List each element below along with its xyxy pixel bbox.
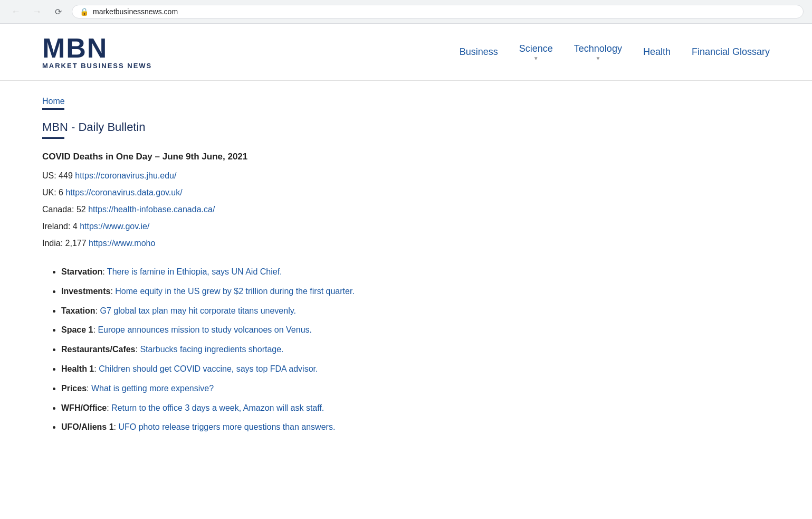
bulletin-link[interactable]: Home equity in the US grew by $2 trillio… xyxy=(115,287,355,296)
list-item: Starvation: There is famine in Ethiopia,… xyxy=(61,262,485,282)
nav-science[interactable]: Science ▼ xyxy=(519,43,553,61)
bulletin-category: Prices xyxy=(61,384,87,393)
stat-india-link[interactable]: https://www.moho xyxy=(89,239,155,248)
bulletin-category: Investments xyxy=(61,287,110,296)
stat-us: US: 449 https://coronavirus.jhu.edu/ xyxy=(42,167,485,184)
list-item: WFH/Office: Return to the office 3 days … xyxy=(61,399,485,418)
bulletin-category: Health 1 xyxy=(61,364,94,373)
address-bar[interactable]: 🔒 marketbusinessnews.com xyxy=(72,5,804,18)
bulletin-link[interactable]: UFO photo release triggers more question… xyxy=(118,422,335,431)
forward-button[interactable]: → xyxy=(30,4,44,19)
list-item: Investments: Home equity in the US grew … xyxy=(61,282,485,301)
stat-us-link[interactable]: https://coronavirus.jhu.edu/ xyxy=(75,171,176,180)
covid-heading: COVID Deaths in One Day – June 9th June,… xyxy=(42,152,485,162)
nav-health[interactable]: Health xyxy=(643,46,671,58)
stat-ireland: Ireland: 4 https://www.gov.ie/ xyxy=(42,218,485,235)
list-item: Space 1: Europe announces mission to stu… xyxy=(61,320,485,340)
bulletin-link[interactable]: Children should get COVID vaccine, says … xyxy=(99,364,318,373)
list-item: Prices: What is getting more expensive? xyxy=(61,379,485,399)
science-chevron-icon: ▼ xyxy=(533,55,539,61)
list-item: Health 1: Children should get COVID vacc… xyxy=(61,360,485,379)
stat-ireland-link[interactable]: https://www.gov.ie/ xyxy=(80,222,149,231)
bulletin-link[interactable]: What is getting more expensive? xyxy=(91,384,214,393)
main-content: Home MBN - Daily Bulletin COVID Deaths i… xyxy=(0,81,528,453)
nav-financial-glossary[interactable]: Financial Glossary xyxy=(692,46,770,58)
bulletin-list: Starvation: There is famine in Ethiopia,… xyxy=(42,262,485,437)
browser-chrome: ← → ⟳ 🔒 marketbusinessnews.com xyxy=(0,0,812,24)
bulletin-link[interactable]: Return to the office 3 days a week, Amaz… xyxy=(111,403,324,412)
breadcrumb-underline xyxy=(42,108,64,110)
title-underline xyxy=(42,137,64,139)
list-item: Restaurants/Cafes: Starbucks facing ingr… xyxy=(61,340,485,360)
technology-chevron-icon: ▼ xyxy=(595,55,600,61)
bulletin-link[interactable]: G7 global tax plan may hit corporate tit… xyxy=(100,306,296,315)
bulletin-category: Starvation xyxy=(61,267,102,276)
nav-technology[interactable]: Technology ▼ xyxy=(574,43,622,61)
nav-business[interactable]: Business xyxy=(460,46,498,58)
site-header: MBN MARKET BUSINESS NEWS Business Scienc… xyxy=(0,24,812,81)
covid-stats: US: 449 https://coronavirus.jhu.edu/ UK:… xyxy=(42,167,485,252)
bulletin-link[interactable]: Starbucks facing ingredients shortage. xyxy=(140,345,283,354)
breadcrumb-home[interactable]: Home xyxy=(42,97,65,106)
logo-subtitle: MARKET BUSINESS NEWS xyxy=(42,62,152,70)
page-title: MBN - Daily Bulletin xyxy=(42,120,485,134)
stat-uk: UK: 6 https://coronavirus.data.gov.uk/ xyxy=(42,184,485,201)
bulletin-category: WFH/Office xyxy=(61,403,107,412)
back-button[interactable]: ← xyxy=(8,4,23,19)
list-item: Taxation: G7 global tax plan may hit cor… xyxy=(61,301,485,321)
bulletin-link[interactable]: Europe announces mission to study volcan… xyxy=(98,325,312,334)
bulletin-link[interactable]: There is famine in Ethiopia, says UN Aid… xyxy=(107,267,282,276)
list-item: UFO/Aliens 1: UFO photo release triggers… xyxy=(61,418,485,437)
stat-india: India: 2,177 https://www.moho xyxy=(42,235,485,252)
refresh-button[interactable]: ⟳ xyxy=(51,4,65,19)
bulletin-category: Restaurants/Cafes xyxy=(61,345,136,354)
stat-canada-link[interactable]: https://health-infobase.canada.ca/ xyxy=(88,205,215,214)
stat-canada: Canada: 52 https://health-infobase.canad… xyxy=(42,201,485,218)
lock-icon: 🔒 xyxy=(80,7,89,16)
bulletin-category: Space 1 xyxy=(61,325,93,334)
site-nav: Business Science ▼ Technology ▼ Health F… xyxy=(460,43,770,61)
address-text: marketbusinessnews.com xyxy=(93,7,178,16)
bulletin-category: UFO/Aliens 1 xyxy=(61,422,114,431)
logo-mbn: MBN xyxy=(42,34,152,62)
stat-uk-link[interactable]: https://coronavirus.data.gov.uk/ xyxy=(65,188,182,197)
bulletin-category: Taxation xyxy=(61,306,95,315)
logo-area: MBN MARKET BUSINESS NEWS xyxy=(42,34,152,70)
